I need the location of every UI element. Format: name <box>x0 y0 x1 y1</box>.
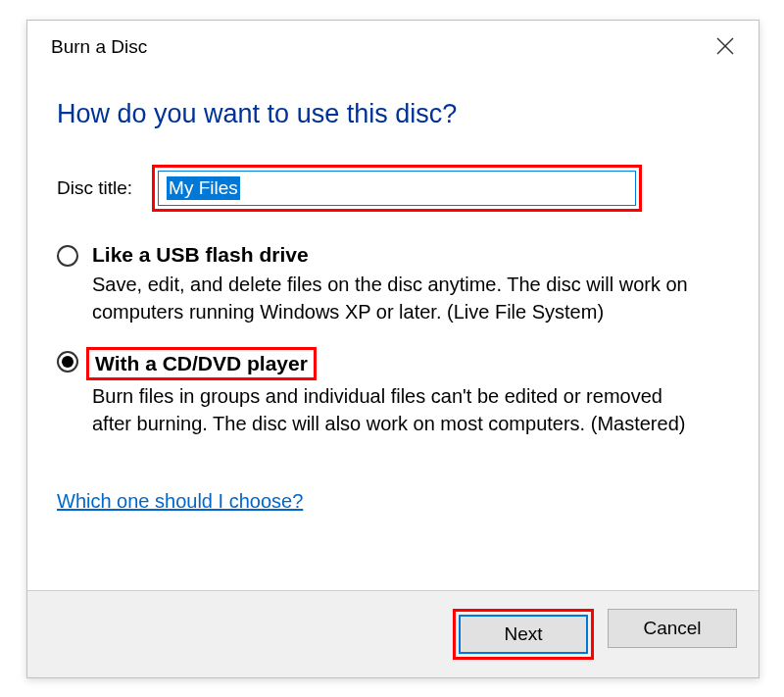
next-button[interactable]: Next <box>459 615 588 654</box>
radio-cddvd[interactable] <box>57 351 78 373</box>
option-cddvd-body: With a CD/DVD player Burn files in group… <box>92 349 729 437</box>
option-usb-label: Like a USB flash drive <box>92 243 309 266</box>
radio-usb[interactable] <box>57 245 78 267</box>
disc-title-row: Disc title: My Files <box>57 165 729 212</box>
disc-title-highlight: My Files <box>152 165 642 212</box>
next-button-highlight: Next <box>453 609 594 660</box>
dialog-footer: Next Cancel <box>27 590 759 677</box>
disc-title-input[interactable] <box>158 171 636 206</box>
x-icon <box>715 36 735 56</box>
option-usb-description: Save, edit, and delete files on the disc… <box>92 271 700 325</box>
option-cd-dvd-player[interactable]: With a CD/DVD player Burn files in group… <box>57 349 729 437</box>
titlebar: Burn a Disc <box>27 21 759 74</box>
close-icon[interactable] <box>711 36 739 60</box>
dialog-title: Burn a Disc <box>51 36 147 58</box>
option-cddvd-highlight: With a CD/DVD player <box>86 347 317 380</box>
cancel-button[interactable]: Cancel <box>608 609 737 648</box>
dialog-content: How do you want to use this disc? Disc t… <box>27 74 759 590</box>
help-link[interactable]: Which one should I choose? <box>57 490 303 513</box>
burn-disc-dialog: Burn a Disc How do you want to use this … <box>26 20 760 678</box>
option-cddvd-description: Burn files in groups and individual file… <box>92 382 700 437</box>
option-usb-flash-drive[interactable]: Like a USB flash drive Save, edit, and d… <box>57 243 729 325</box>
page-heading: How do you want to use this disc? <box>57 99 729 129</box>
disc-title-label: Disc title: <box>57 177 132 199</box>
option-cddvd-label: With a CD/DVD player <box>95 352 308 374</box>
option-usb-body: Like a USB flash drive Save, edit, and d… <box>92 243 729 325</box>
